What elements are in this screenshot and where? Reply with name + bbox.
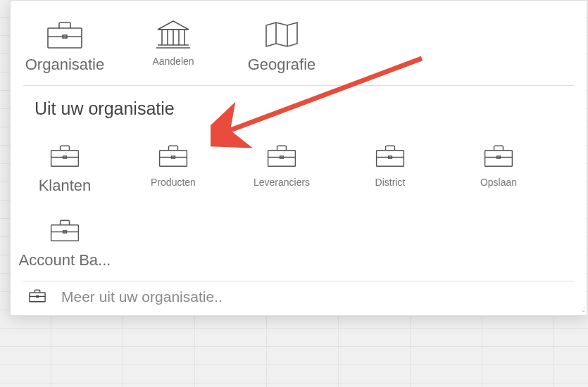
tile-label: District [336, 177, 444, 188]
tile-label: Klanten [11, 177, 119, 195]
tile-leveranciers[interactable]: Leveranciers [227, 127, 336, 202]
more-from-org-label: Meer uit uw organisatie.. [61, 288, 223, 305]
tile-organisatie[interactable]: Organisatie [11, 6, 119, 81]
tile-label: Producten [119, 177, 227, 188]
briefcase-icon [119, 137, 227, 174]
briefcase-icon [11, 212, 119, 248]
tile-label: Opslaan [444, 177, 553, 188]
map-icon [227, 16, 336, 53]
section-header-org: Uit uw organisatie [11, 86, 587, 122]
top-tiles-row: Organisatie Aandelen Geografie [11, 1, 587, 81]
resize-grip-icon[interactable]: .: [582, 304, 584, 314]
bank-icon [119, 16, 227, 53]
tile-account-ba[interactable]: Account Ba... [11, 202, 119, 277]
briefcase-icon [11, 16, 119, 53]
data-types-panel: Organisatie Aandelen Geografie [10, 0, 587, 316]
briefcase-icon [29, 288, 46, 305]
tile-aandelen[interactable]: Aandelen [119, 6, 227, 81]
more-from-org-link[interactable]: Meer uit uw organisatie.. [11, 281, 587, 310]
tile-geografie[interactable]: Geografie [227, 6, 336, 81]
tile-label: Aandelen [119, 56, 227, 67]
tile-label: Geografie [227, 56, 336, 74]
tile-klanten[interactable]: Klanten [11, 127, 119, 202]
tile-producten[interactable]: Producten [119, 127, 227, 202]
tile-label: Organisatie [11, 56, 119, 74]
tile-opslaan[interactable]: Opslaan [444, 127, 553, 202]
briefcase-icon [11, 137, 119, 174]
briefcase-icon [444, 137, 553, 174]
tile-district[interactable]: District [336, 127, 444, 202]
tile-label: Account Ba... [11, 251, 119, 269]
briefcase-icon [336, 137, 444, 174]
briefcase-icon [227, 137, 336, 174]
org-tiles-row: Klanten Producten Leveranciers [11, 122, 587, 277]
tile-label: Leveranciers [227, 177, 336, 188]
